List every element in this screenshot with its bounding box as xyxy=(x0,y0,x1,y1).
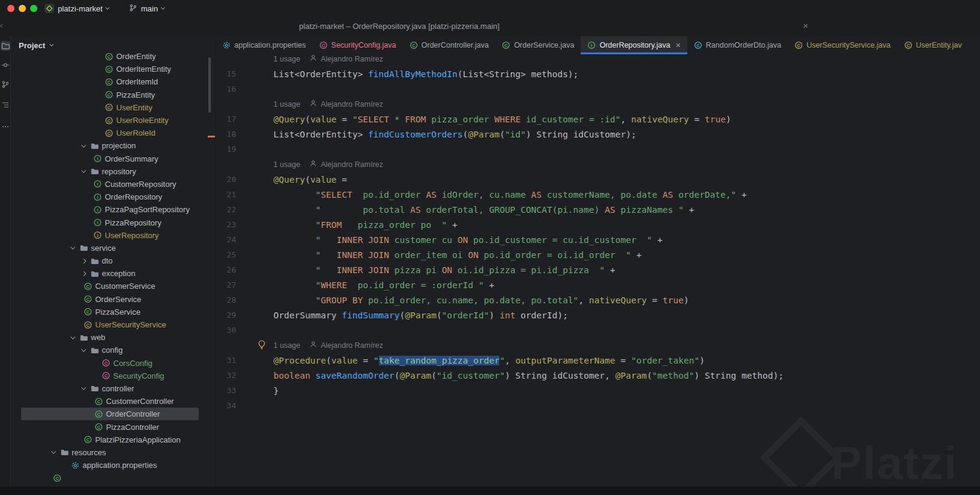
more-tool-icon[interactable] xyxy=(1,122,10,131)
tab-usersecurityservice-java[interactable]: CUserSecurityService.java xyxy=(788,36,897,54)
tab-userentity-jav[interactable]: CUserEntity.jav xyxy=(897,36,969,54)
tree-item-customerservice[interactable]: CCustomerService xyxy=(11,280,215,292)
editor-line-19[interactable]: 19 xyxy=(216,142,980,157)
line-number[interactable]: 31 xyxy=(216,356,236,365)
line-number[interactable]: 24 xyxy=(216,235,236,244)
tree-item-config[interactable]: config xyxy=(11,344,215,356)
editor-line-34[interactable]: 34 xyxy=(216,398,980,413)
line-number[interactable]: 22 xyxy=(216,205,236,214)
tree-item-userrepository[interactable]: IUserRepository xyxy=(11,229,215,242)
line-number[interactable]: 34 xyxy=(216,401,236,410)
chevron-down-icon[interactable] xyxy=(69,336,76,339)
editor-line-30[interactable]: 30 xyxy=(216,323,980,338)
tree-item-platzipizzeriaapplication[interactable]: CPlatziPizzeriaApplication xyxy=(11,434,215,446)
tree-item-dto[interactable]: dto xyxy=(11,254,215,267)
tab-ordercontroller-java[interactable]: COrderController.java xyxy=(403,36,496,54)
editor-line-18[interactable]: 18List<OrderEntity> findCustomerOrders(@… xyxy=(216,127,980,142)
line-number[interactable]: 26 xyxy=(216,265,236,274)
line-number[interactable]: 27 xyxy=(216,280,236,289)
usages-hint[interactable]: 1 usage xyxy=(273,160,300,169)
editor-line-20[interactable]: 20@Query(value = xyxy=(216,172,980,187)
line-number[interactable]: 17 xyxy=(216,115,236,124)
line-number[interactable]: 29 xyxy=(216,311,236,320)
editor-line-25[interactable]: 25 " INNER JOIN order_item oi ON po.id_o… xyxy=(216,247,980,262)
usages-hint[interactable]: 1 usage xyxy=(273,100,300,109)
line-number[interactable]: 16 xyxy=(216,84,236,93)
chevron-down-icon[interactable] xyxy=(80,386,87,390)
chevron-right-icon[interactable] xyxy=(80,259,87,263)
author-annotation[interactable]: Alejandro Ramírez xyxy=(320,341,383,350)
intention-bulb-icon[interactable] xyxy=(258,340,266,352)
tree-item-partial[interactable]: C xyxy=(11,471,215,484)
line-number[interactable]: 33 xyxy=(216,386,236,395)
editor-line-33[interactable]: 33} xyxy=(216,383,980,398)
project-tool-icon[interactable] xyxy=(1,41,10,51)
close-icon[interactable]: × xyxy=(0,21,4,30)
tree-item-orderentity[interactable]: COrderEntity xyxy=(11,50,215,63)
tree-item-repository[interactable]: repository xyxy=(11,165,215,178)
tree-item-userentity[interactable]: CUserEntity xyxy=(11,101,215,114)
tree-item-pizzacontroller[interactable]: CPizzaController xyxy=(11,420,215,433)
tree-item-ordersummary[interactable]: IOrderSummary xyxy=(11,153,215,165)
chevron-right-icon[interactable] xyxy=(80,272,87,276)
editor-line-17[interactable]: 17@Query(value = "SELECT * FROM pizza_or… xyxy=(216,112,980,127)
chevron-down-icon[interactable] xyxy=(69,246,76,250)
tree-item-usersecurityservice[interactable]: CUserSecurityService xyxy=(11,318,215,331)
tree-item-orderservice[interactable]: COrderService xyxy=(11,293,215,306)
editor-line-16[interactable]: 16 xyxy=(216,81,980,96)
tree-item-userroleid[interactable]: CUserRoleId xyxy=(11,127,215,139)
author-annotation[interactable]: Alejandro Ramírez xyxy=(320,100,383,109)
tree-item-corsconfig[interactable]: CCorsConfig xyxy=(11,357,215,370)
tree-item-customerrepository[interactable]: ICustomerRepository xyxy=(11,178,215,191)
tab-randomorderdto-java[interactable]: CRandomOrderDto.java xyxy=(687,36,788,54)
tree-item-pizzaservice[interactable]: CPizzaService xyxy=(11,306,215,318)
editor-line-32[interactable]: 32boolean saveRandomOrder(@Param("id_cus… xyxy=(216,368,980,383)
author-annotation[interactable]: Alejandro Ramírez xyxy=(320,160,383,169)
tab-close-icon[interactable]: × xyxy=(676,41,681,49)
line-number[interactable]: 18 xyxy=(216,130,236,139)
editor-line-15[interactable]: 15List<OrderEntity> findAllByMethodIn(Li… xyxy=(216,66,980,81)
usages-hint[interactable]: 1 usage xyxy=(273,55,300,63)
tab-securityconfig-java[interactable]: CSecurityConfig.java xyxy=(313,36,403,54)
line-number[interactable]: 32 xyxy=(216,371,236,380)
branch-widget[interactable]: main xyxy=(124,2,169,15)
usages-hint[interactable]: 1 usage xyxy=(273,341,300,350)
tree-item-orderrepository[interactable]: IOrderRepository xyxy=(11,191,215,203)
editor-line-21[interactable]: 21 "SELECT po.id_order AS idOrder, cu.na… xyxy=(216,187,980,202)
editor-line-31[interactable]: 31@Procedure(value = "take_random_pizza_… xyxy=(216,353,980,368)
window-close-button[interactable] xyxy=(7,5,14,12)
chevron-down-icon[interactable] xyxy=(80,144,87,148)
branch-tool-icon[interactable] xyxy=(1,80,10,89)
editor-line-29[interactable]: 29OrderSummary findSummary(@Param("order… xyxy=(216,307,980,323)
tab-orderservice-java[interactable]: COrderService.java xyxy=(495,36,581,54)
commit-tool-icon[interactable] xyxy=(1,60,10,70)
editor-line-24[interactable]: 24 " INNER JOIN customer cu ON po.id_cus… xyxy=(216,232,980,247)
line-number[interactable]: 28 xyxy=(216,295,236,304)
tree-item-pizzapagsortrepository[interactable]: IPizzaPagSortRepository xyxy=(11,203,215,216)
tree-item-web[interactable]: web xyxy=(11,331,215,344)
line-number[interactable]: 25 xyxy=(216,250,236,259)
tree-item-application-properties[interactable]: application.properties xyxy=(11,459,215,471)
editor-line-27[interactable]: 27 "WHERE po.id_order = :orderId " + xyxy=(216,277,980,292)
editor-line-28[interactable]: 28 "GROUP BY po.id_order, cu.name, po.da… xyxy=(216,292,980,307)
line-number[interactable]: 19 xyxy=(216,145,236,154)
editor-line-23[interactable]: 23 "FROM pizza_order po " + xyxy=(216,217,980,232)
tree-item-exception[interactable]: exception xyxy=(11,267,215,280)
project-widget[interactable]: platzi-market xyxy=(40,2,114,15)
author-annotation[interactable]: Alejandro Ramírez xyxy=(320,55,383,63)
editor-inlay-row[interactable]: 1 usageAlejandro Ramírez xyxy=(216,338,980,353)
line-number[interactable]: 23 xyxy=(216,220,236,229)
editor-inlay-row[interactable]: 1 usageAlejandro Ramírez xyxy=(216,157,980,172)
line-number[interactable]: 30 xyxy=(216,326,236,335)
chevron-down-icon[interactable] xyxy=(80,169,87,173)
editor-inlay-row[interactable]: 1 usageAlejandro Ramírez xyxy=(216,96,980,112)
editor-line-22[interactable]: 22 " po.total AS orderTotal, GROUP_CONCA… xyxy=(216,202,980,217)
structure-tool-icon[interactable] xyxy=(1,100,10,110)
tree-item-pizzarepository[interactable]: IPizzaRepository xyxy=(11,216,215,229)
window-maximize-button[interactable] xyxy=(30,5,37,12)
tree-item-projection[interactable]: projection xyxy=(11,139,215,152)
line-number[interactable]: 21 xyxy=(216,190,236,199)
tree-item-orderitemid[interactable]: COrderItemId xyxy=(11,75,215,88)
chevron-down-icon[interactable] xyxy=(80,348,87,352)
tab-orderrepository-java[interactable]: IOrderRepository.java× xyxy=(581,36,687,54)
